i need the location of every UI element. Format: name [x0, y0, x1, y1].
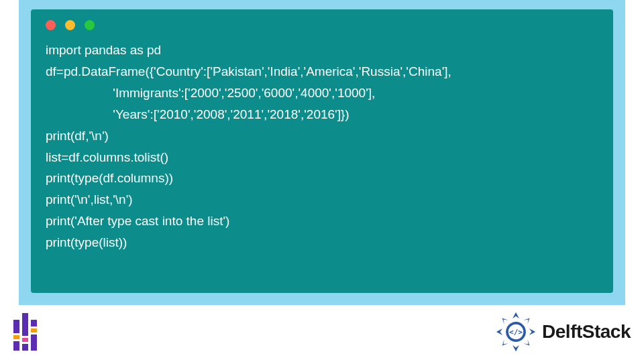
code-line: df=pd.DataFrame({'Country':['Pakistan','…	[46, 64, 451, 78]
svg-marker-1	[529, 328, 535, 335]
seal-icon: </>	[495, 311, 537, 353]
svg-marker-3	[496, 328, 502, 335]
code-line: list=df.columns.tolist()	[46, 150, 168, 164]
bars-logo-icon	[13, 313, 37, 351]
svg-marker-2	[513, 345, 519, 351]
code-content: import pandas as pd df=pd.DataFrame({'Co…	[46, 40, 598, 253]
brand-logo: </> DelftStack	[495, 311, 631, 353]
window-traffic-lights	[46, 20, 598, 30]
maximize-icon	[85, 20, 95, 30]
code-line: import pandas as pd	[46, 43, 161, 57]
svg-text:</>: </>	[509, 328, 523, 337]
svg-marker-4	[523, 318, 529, 324]
code-line: 'Years':['2010','2008','2011','2018','20…	[46, 107, 350, 121]
code-line: print('\n',list,'\n')	[46, 192, 133, 206]
code-line: print(type(df.columns))	[46, 171, 173, 185]
brand-name: DelftStack	[542, 321, 631, 343]
footer: </> DelftStack	[0, 305, 644, 362]
code-line: 'Immigrants':['2000','2500','6000','4000…	[46, 86, 375, 100]
code-block: import pandas as pd df=pd.DataFrame({'Co…	[31, 9, 613, 293]
code-panel: import pandas as pd df=pd.DataFrame({'Co…	[19, 0, 625, 305]
code-line: print(df,'\n')	[46, 129, 109, 143]
code-line: print(type(list))	[46, 235, 127, 249]
svg-marker-5	[523, 339, 529, 345]
minimize-icon	[65, 20, 75, 30]
svg-marker-0	[513, 312, 519, 318]
close-icon	[46, 20, 56, 30]
code-line: print('After type cast into the list')	[46, 214, 229, 228]
svg-marker-7	[502, 318, 508, 324]
svg-marker-6	[502, 339, 508, 345]
